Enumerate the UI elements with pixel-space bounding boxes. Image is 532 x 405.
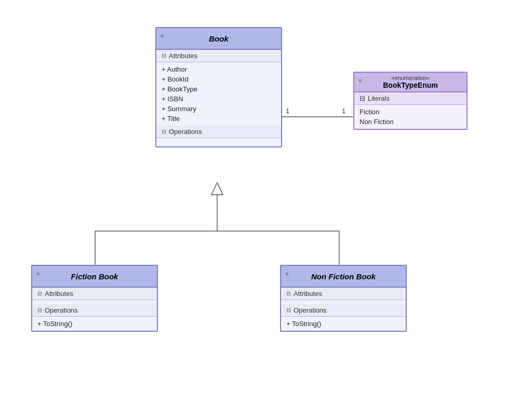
non-fiction-book-name: Non Fiction Book: [311, 272, 376, 281]
enum-name: BookTypeEnum: [383, 81, 438, 89]
book-type-enum: « «enumeration» BookTypeEnum ⊟ Literals …: [353, 72, 468, 130]
book-attr-minus-icon: ⊟: [162, 52, 166, 59]
non-fiction-operations-header: ⊟ Operations: [281, 304, 406, 317]
fiction-operations-label: Operations: [45, 306, 78, 314]
svg-text:1: 1: [342, 107, 345, 115]
fiction-operations-header: ⊟ Operations: [32, 304, 157, 317]
non-fiction-attr-minus-icon: ⊟: [286, 290, 291, 297]
non-fiction-book-header: « Non Fiction Book: [281, 266, 406, 288]
enum-literals-body: Fiction Non Fiction: [354, 105, 467, 129]
fiction-book-name: Fiction Book: [71, 272, 118, 281]
fiction-attributes-body: [32, 300, 157, 304]
non-fiction-ops-minus-icon: ⊟: [286, 307, 291, 314]
list-item: + ISBN: [162, 94, 276, 104]
book-ops-minus-icon: ⊟: [162, 128, 166, 135]
fiction-operations-body: + ToString(): [32, 317, 157, 331]
enum-collapse-icon: «: [358, 77, 362, 84]
non-fiction-collapse-icon: «: [285, 270, 289, 277]
fiction-collapse-icon: «: [36, 270, 40, 277]
book-attributes-body: + Author + BookId + BookType + ISBN + Su…: [156, 62, 281, 126]
book-collapse-icon: «: [161, 32, 164, 39]
fiction-attr-minus-icon: ⊟: [37, 290, 42, 297]
list-item: + Title: [162, 114, 276, 124]
book-operations-body: [156, 138, 281, 146]
enum-literals-label: Literals: [368, 95, 390, 102]
enum-minus-icon: ⊟: [360, 95, 365, 102]
list-item: + BookType: [162, 84, 276, 94]
fiction-book-class: « Fiction Book ⊟ Attributes ⊟ Operations…: [31, 265, 158, 332]
book-class-name: Book: [209, 34, 229, 43]
non-fiction-book-class: « Non Fiction Book ⊟ Attributes ⊟ Operat…: [280, 265, 407, 332]
book-operations-header: ⊟ Operations: [156, 126, 281, 138]
list-item: + ToString(): [286, 319, 401, 329]
non-fiction-attributes-label: Attributes: [294, 290, 322, 298]
list-item: + ToString(): [37, 319, 152, 329]
book-operations-label: Operations: [169, 128, 202, 136]
book-class-header: « Book: [156, 28, 281, 50]
list-item: Fiction: [360, 107, 461, 117]
enum-literals-header: ⊟ Literals: [354, 92, 467, 105]
list-item: + Summary: [162, 104, 276, 114]
book-attributes-label: Attributes: [169, 52, 197, 60]
fiction-attributes-header: ⊟ Attributes: [32, 288, 157, 300]
diagram-container: 1 1 « Book ⊟ Attributes + Author + BookI…: [0, 0, 532, 405]
enum-header: « «enumeration» BookTypeEnum: [354, 73, 467, 92]
svg-marker-7: [211, 183, 223, 195]
fiction-attributes-label: Attributes: [45, 290, 73, 298]
non-fiction-attributes-header: ⊟ Attributes: [281, 288, 406, 300]
fiction-book-header: « Fiction Book: [32, 266, 157, 288]
book-class: « Book ⊟ Attributes + Author + BookId + …: [155, 27, 282, 147]
non-fiction-operations-body: + ToString(): [281, 317, 406, 331]
book-attributes-header: ⊟ Attributes: [156, 50, 281, 62]
non-fiction-operations-label: Operations: [294, 306, 327, 314]
fiction-ops-minus-icon: ⊟: [37, 307, 42, 314]
list-item: + BookId: [162, 74, 276, 84]
non-fiction-attributes-body: [281, 300, 406, 304]
svg-text:1: 1: [286, 107, 289, 115]
list-item: + Author: [162, 64, 276, 74]
list-item: Non Fiction: [360, 117, 461, 127]
enum-stereotype: «enumeration»: [391, 75, 429, 81]
